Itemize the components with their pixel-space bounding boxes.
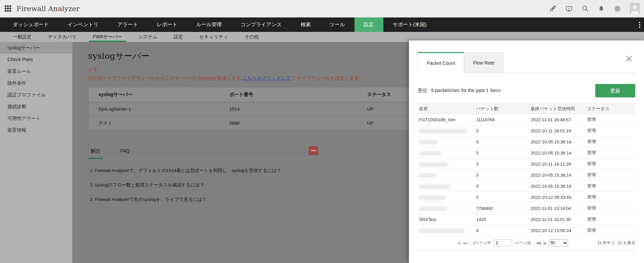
user-avatar[interactable] xyxy=(630,3,640,14)
column-header: 最終パケット受信時間 xyxy=(529,104,586,114)
column-header: ポート番号 xyxy=(229,87,367,102)
status-value: 管理 xyxy=(586,214,635,225)
subnav-item[interactable]: 設定 xyxy=(170,32,187,42)
page-size-select[interactable]: 50 xyxy=(549,239,568,247)
nav-item[interactable]: アラート xyxy=(108,17,147,32)
table-row: 0 2022-10-12 13:00:24 管理 xyxy=(418,225,635,236)
pagination-bar: |◀ ◀◀ | 1ページ中 ページ目 | ▶▶ ▶| 50 11 件中 1 - … xyxy=(418,239,635,251)
page-number-input[interactable] xyxy=(494,239,512,246)
table-row: 0 2022-10-11 18:01:19 管理 xyxy=(418,125,635,136)
redacted-name xyxy=(419,162,448,167)
apps-grid-icon[interactable] xyxy=(5,5,11,12)
status-value: 管理 xyxy=(586,203,635,214)
panel-tabs: Packet Count Flow Rate xyxy=(418,52,635,73)
received-rate-text: 受信 : 9 packets/sec for the past 1 Secs xyxy=(418,88,500,94)
last-page-icon[interactable]: ▶| xyxy=(544,241,546,245)
table-row: 0 2022-10-11 14:12:29 管理 xyxy=(418,159,635,170)
subnav-item[interactable]: FWAサーバー xyxy=(89,32,126,42)
subnav-item[interactable]: 一般設定 xyxy=(9,32,36,42)
sidebar-item[interactable]: 装置情報 xyxy=(0,124,72,136)
redacted-name xyxy=(419,151,442,156)
nav-item[interactable]: ツール xyxy=(320,17,354,32)
device-name: FGT100D186_Sim xyxy=(419,117,455,122)
panel-tab[interactable]: Packet Count xyxy=(418,52,464,73)
page-suffix-label: ページ目 xyxy=(515,240,531,246)
sidebar-item[interactable]: 可用性アラート xyxy=(0,113,72,124)
redacted-name xyxy=(419,229,464,233)
header-action-icons xyxy=(549,3,640,14)
device-name: SRXTest xyxy=(419,217,436,222)
search-icon[interactable] xyxy=(581,5,589,12)
help-tab[interactable]: 解説 xyxy=(88,146,103,159)
configure-firewall-link[interactable]: こちらをクリックして xyxy=(242,75,291,81)
bell-icon[interactable] xyxy=(598,5,605,12)
help-tab[interactable]: FAQ xyxy=(118,146,132,159)
packet-table-header: 名前 パケット数 最終パケット受信時間 ステータス xyxy=(418,104,635,114)
table-row: FGT100D186_Sim 11118764 2022-11-01 16:49… xyxy=(418,114,635,125)
status-value: 管理 xyxy=(586,181,635,192)
pagination-summary: 11 件中 1 - 11 を表示 xyxy=(597,240,635,246)
sidebar-item[interactable]: syslogサーバー xyxy=(0,42,72,54)
rocket-icon[interactable] xyxy=(549,5,557,12)
status-value: 管理 xyxy=(586,136,635,147)
redacted-name xyxy=(419,173,435,178)
subnav-item[interactable]: その他 xyxy=(240,32,263,42)
subnav-item[interactable]: ディスカバリ xyxy=(44,32,81,42)
gear-icon[interactable] xyxy=(614,5,621,12)
column-header: ステータス xyxy=(586,104,635,114)
column-header: syslogサーバー xyxy=(88,87,230,102)
sidebar-item[interactable]: 除外条件 xyxy=(0,77,72,89)
table-row: SRXTest 1425 2022-11-01 15:01:30 管理 xyxy=(418,214,635,225)
table-row: 0 2022-10-05 15:36:14 管理 xyxy=(418,147,635,159)
help-section: 解説 FAQ Firewall Analyzerで、デフォルトの1514番とは別… xyxy=(88,146,318,203)
table-row: 7788492 2022-11-01 13:14:04 管理 xyxy=(418,203,635,214)
nav-item[interactable]: ダッシュボード xyxy=(3,17,58,32)
table-row: 0 2022-10-12 09:33:43 管理 xyxy=(418,192,635,203)
status-value: 管理 xyxy=(586,125,635,136)
panel-subheader: 受信 : 9 packets/sec for the past 1 Secs 更… xyxy=(418,84,635,97)
nav-item[interactable]: 設定 xyxy=(354,17,383,32)
settings-sidebar: syslogサーバー Check Point 装置ルール 除外条件 認証プロファ… xyxy=(0,42,72,263)
status-value: 管理 xyxy=(586,147,635,159)
status-value: 管理 xyxy=(586,225,635,236)
collapse-minus-button[interactable] xyxy=(309,146,318,155)
redacted-name xyxy=(419,184,450,189)
subnav-item[interactable]: セキュリティ xyxy=(195,32,232,42)
status-value: 管理 xyxy=(586,170,635,181)
redacted-name xyxy=(419,207,448,211)
next-page-icon[interactable]: ▶▶ xyxy=(537,241,541,245)
status-value: 管理 xyxy=(586,159,635,170)
subnav-item[interactable]: システム xyxy=(134,32,161,42)
help-list-item: Firewall Analyzerで、デフォルトの1514番とは別ポートを利用し… xyxy=(95,168,318,174)
presentation-icon[interactable] xyxy=(565,5,573,12)
redacted-name xyxy=(419,195,446,200)
pagination-controls: |◀ ◀◀ | 1ページ中 ページ目 | ▶▶ ▶| 50 xyxy=(457,239,568,247)
nav-item[interactable]: レポート xyxy=(147,17,187,32)
nav-item[interactable]: サポート(米国) xyxy=(383,17,436,32)
sidebar-item[interactable]: 装置ルール xyxy=(0,65,72,77)
refresh-button[interactable]: 更新 xyxy=(595,84,635,97)
help-tabs: 解説 FAQ xyxy=(88,146,318,159)
sidebar-item[interactable]: 接続診断 xyxy=(0,101,72,113)
column-header: パケット数 xyxy=(475,104,529,114)
page-count-label: 1ページ中 xyxy=(473,240,491,246)
panel-tab[interactable]: Flow Rate xyxy=(464,52,503,73)
help-list: Firewall Analyzerで、デフォルトの1514番とは別ポートを利用し… xyxy=(95,168,318,203)
column-header: 名前 xyxy=(418,104,475,114)
nav-item[interactable]: インベントリ xyxy=(58,17,108,32)
main-nav: ダッシュボード インベントリ アラート レポート ルール管理 コンプライアンス … xyxy=(0,17,644,32)
sidebar-item[interactable]: Check Point xyxy=(0,54,72,65)
nav-item[interactable]: コンプライアンス xyxy=(231,17,291,32)
nav-item[interactable]: ルール管理 xyxy=(187,17,231,32)
first-page-icon[interactable]: |◀ xyxy=(457,241,460,245)
app-header: Firewall Analyzer xyxy=(0,0,644,17)
table-row: 0 2022-10-05 15:36:14 管理 xyxy=(418,136,635,147)
close-icon[interactable]: × xyxy=(625,54,633,63)
help-list-item: syslogのフロー数と処理ステータスを確認するには？ xyxy=(95,182,318,188)
sidebar-item[interactable]: 認証プロファイル xyxy=(0,89,72,101)
nav-item[interactable]: 検索 xyxy=(291,17,320,32)
packet-count-table: 名前 パケット数 最終パケット受信時間 ステータス FGT100D186_Sim… xyxy=(418,103,635,236)
prev-page-icon[interactable]: ◀◀ xyxy=(462,241,467,245)
kebab-menu-icon[interactable] xyxy=(637,20,643,30)
help-list-item: Firewall Analyzerで生のsyslogを、ライブで見るには？ xyxy=(95,196,318,203)
